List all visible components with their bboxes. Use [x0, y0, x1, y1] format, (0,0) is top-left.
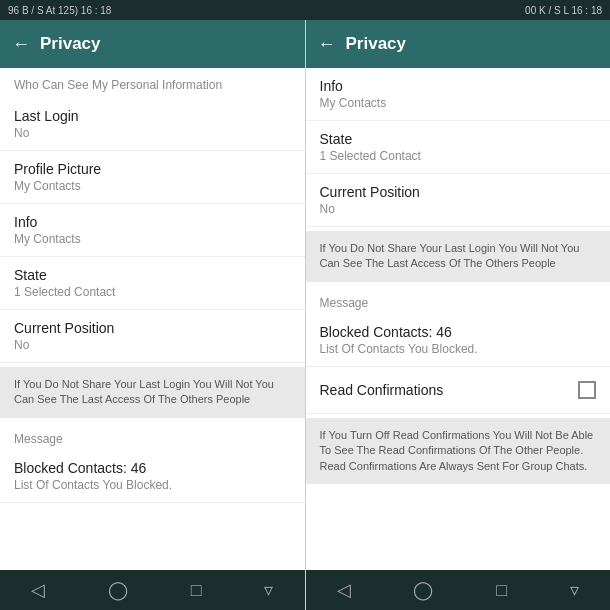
blocked-contacts-item[interactable]: Blocked Contacts: 46 List Of Contacts Yo… — [0, 450, 305, 503]
read-confirmations-label: Read Confirmations — [320, 382, 444, 398]
list-item[interactable]: Last Login No — [0, 98, 305, 151]
home-icon[interactable]: ◯ — [108, 579, 128, 601]
left-bottom-nav: ◁ ◯ □ ▿ — [0, 570, 305, 610]
item-title: State — [14, 267, 291, 283]
status-left: 96 B / S At 125) 16 : 18 — [8, 5, 111, 16]
read-confirm-info-text: If You Turn Off Read Confirmations You W… — [320, 428, 597, 474]
list-item[interactable]: Profile Picture My Contacts — [0, 151, 305, 204]
left-panel: ← Privacy Who Can See My Personal Inform… — [0, 20, 305, 610]
item-subtitle: My Contacts — [14, 232, 291, 246]
list-item[interactable]: Info My Contacts — [306, 68, 611, 121]
item-subtitle: My Contacts — [14, 179, 291, 193]
right-panel-title: Privacy — [346, 34, 407, 54]
left-info-box: If You Do Not Share Your Last Login You … — [0, 367, 305, 418]
right-bottom-nav: ◁ ◯ □ ▿ — [306, 570, 611, 610]
right-info-text: If You Do Not Share Your Last Login You … — [320, 241, 597, 272]
list-item[interactable]: State 1 Selected Contact — [0, 257, 305, 310]
right-info-box: If You Do Not Share Your Last Login You … — [306, 231, 611, 282]
item-title: State — [320, 131, 597, 147]
right-scroll-area: Info My Contacts State 1 Selected Contac… — [306, 68, 611, 570]
read-confirm-info-box: If You Turn Off Read Confirmations You W… — [306, 418, 611, 484]
right-menu-icon[interactable]: ▿ — [570, 579, 579, 601]
menu-icon[interactable]: ▿ — [264, 579, 273, 601]
right-panel: ← Privacy Info My Contacts State 1 Selec… — [306, 20, 611, 610]
left-scroll-area: Who Can See My Personal Information Last… — [0, 68, 305, 570]
item-title: Current Position — [320, 184, 597, 200]
right-recents-icon[interactable]: □ — [496, 580, 507, 601]
left-info-text: If You Do Not Share Your Last Login You … — [14, 377, 291, 408]
right-home-icon[interactable]: ◯ — [413, 579, 433, 601]
status-right: 00 K / S L 16 : 18 — [525, 5, 602, 16]
right-blocked-contacts-item[interactable]: Blocked Contacts: 46 List Of Contacts Yo… — [306, 314, 611, 367]
item-title: Info — [14, 214, 291, 230]
item-title: Current Position — [14, 320, 291, 336]
left-back-button[interactable]: ← — [12, 34, 30, 55]
item-subtitle: No — [320, 202, 597, 216]
message-section-header: Message — [0, 422, 305, 450]
status-bar: 96 B / S At 125) 16 : 18 00 K / S L 16 :… — [0, 0, 610, 20]
right-top-bar: ← Privacy — [306, 20, 611, 68]
item-title: Profile Picture — [14, 161, 291, 177]
recents-icon[interactable]: □ — [191, 580, 202, 601]
left-top-bar: ← Privacy — [0, 20, 305, 68]
blocked-contacts-title: Blocked Contacts: 46 — [14, 460, 291, 476]
right-back-button[interactable]: ← — [318, 34, 336, 55]
item-subtitle: 1 Selected Contact — [320, 149, 597, 163]
item-subtitle: No — [14, 338, 291, 352]
right-back-icon[interactable]: ◁ — [337, 579, 351, 601]
list-item[interactable]: Current Position No — [306, 174, 611, 227]
read-confirmations-row[interactable]: Read Confirmations — [306, 367, 611, 414]
list-item[interactable]: Info My Contacts — [0, 204, 305, 257]
right-blocked-contacts-subtitle: List Of Contacts You Blocked. — [320, 342, 597, 356]
read-confirmations-checkbox[interactable] — [578, 381, 596, 399]
item-title: Last Login — [14, 108, 291, 124]
item-subtitle: My Contacts — [320, 96, 597, 110]
blocked-contacts-subtitle: List Of Contacts You Blocked. — [14, 478, 291, 492]
list-item[interactable]: State 1 Selected Contact — [306, 121, 611, 174]
item-title: Info — [320, 78, 597, 94]
item-subtitle: No — [14, 126, 291, 140]
right-blocked-contacts-title: Blocked Contacts: 46 — [320, 324, 597, 340]
who-can-see-header: Who Can See My Personal Information — [0, 68, 305, 98]
list-item[interactable]: Current Position No — [0, 310, 305, 363]
back-icon[interactable]: ◁ — [31, 579, 45, 601]
item-subtitle: 1 Selected Contact — [14, 285, 291, 299]
left-panel-title: Privacy — [40, 34, 101, 54]
right-message-section-header: Message — [306, 286, 611, 314]
